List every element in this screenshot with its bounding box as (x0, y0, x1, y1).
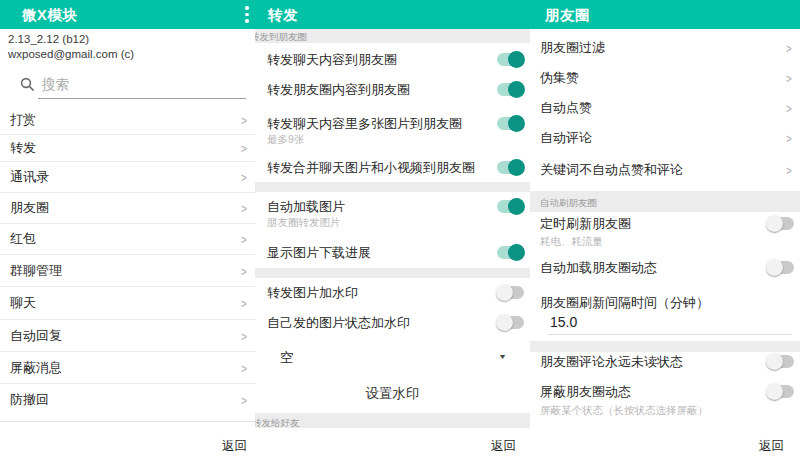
setting-row[interactable]: 朋友圈评论永远未读状态 (530, 353, 800, 371)
setting-row[interactable]: 转发合并聊天图片和小视频到朋友圈 (255, 159, 530, 177)
setting-row[interactable]: 转发聊天内容里多张图片到朋友圈 (255, 115, 530, 133)
nav-item-moments-filter[interactable]: 朋友圈过滤> (530, 39, 800, 57)
setting-row[interactable]: 定时刷新朋友圈 (530, 215, 800, 233)
setting-row[interactable]: 自动加载朋友圈动态 (530, 259, 800, 277)
sidebar-item-chat[interactable]: 聊天> (0, 287, 255, 320)
input-underline (548, 334, 792, 335)
section-divider (255, 268, 530, 278)
toggle-switch-on[interactable] (497, 246, 524, 259)
chevron-right-icon: > (241, 112, 247, 127)
chevron-right-icon: > (241, 170, 247, 185)
dropdown-caret-icon: ▼ (498, 353, 507, 360)
section-divider (255, 182, 530, 192)
section-header-auto-refresh: 自动刷朋友圈 (530, 191, 800, 212)
forward-panel: 转发 转发到朋友圈 转发聊天内容到朋友圈 转发朋友圈内容到朋友圈 转发聊天内容里… (255, 0, 530, 465)
nav-item-auto-like[interactable]: 自动点赞> (530, 99, 800, 117)
setting-row[interactable]: 转发聊天内容到朋友圈 (255, 51, 530, 69)
chevron-right-icon: > (241, 393, 247, 408)
setting-row[interactable]: 显示图片下载进展 (255, 244, 530, 262)
setting-subtitle: 最多9张 (267, 133, 304, 147)
chevron-right-icon: > (241, 201, 247, 216)
toggle-switch-off[interactable] (767, 355, 794, 368)
sidebar-item-forward[interactable]: 转发> (0, 135, 255, 162)
sidebar-item-redpacket[interactable]: 红包> (0, 224, 255, 255)
moments-title: 朋友圈 (545, 6, 590, 25)
module-email: wxposed@gmail.com (c) (8, 48, 134, 60)
setting-subtitle: 屏蔽某个状态（长按状态选择屏蔽） (540, 404, 708, 418)
screenshot-root: 微X模块 2.13_2.12 (b12) wxposed@gmail.com (… (0, 0, 800, 465)
nav-item-fake-likes[interactable]: 伪集赞> (530, 69, 800, 87)
toggle-switch-on[interactable] (497, 117, 524, 130)
search-input[interactable]: 搜索 (42, 76, 69, 94)
toggle-switch-on[interactable] (497, 161, 524, 174)
chevron-right-icon: > (241, 360, 247, 375)
nav-item-auto-comment[interactable]: 自动评论> (530, 129, 800, 147)
back-button[interactable]: 返回 (491, 438, 516, 455)
toggle-switch-off[interactable] (497, 286, 524, 299)
nav-item-keyword-exclude[interactable]: 关键词不自动点赞和评论> (530, 161, 800, 179)
module-app-bar: 微X模块 (0, 0, 255, 29)
watermark-spinner[interactable]: 空 ▼ (255, 349, 530, 367)
back-button[interactable]: 返回 (222, 438, 247, 455)
sidebar-item-anti-recall[interactable]: 防撤回> (0, 384, 255, 416)
moments-panel: 朋友圈 朋友圈过滤> 伪集赞> 自动点赞> 自动评论> 关键词不自动点赞和评论>… (530, 0, 800, 465)
setting-row[interactable]: 自己发的图片状态加水印 (255, 314, 530, 332)
setting-row[interactable]: 自动加载图片 (255, 198, 530, 216)
set-watermark-button[interactable]: 设置水印 (255, 385, 530, 403)
forward-title: 转发 (268, 6, 298, 25)
sidebar-item-block-messages[interactable]: 屏蔽消息> (0, 352, 255, 384)
overflow-menu-icon[interactable] (244, 6, 250, 26)
moments-app-bar: 朋友圈 (530, 0, 800, 29)
chevron-right-icon: > (241, 263, 247, 278)
toggle-switch-on[interactable] (497, 53, 524, 66)
interval-input[interactable]: 15.0 (550, 314, 577, 330)
chevron-right-icon: > (241, 328, 247, 343)
setting-subtitle: 耗电、耗流量 (540, 235, 603, 249)
back-button[interactable]: 返回 (759, 438, 784, 455)
module-panel: 微X模块 2.13_2.12 (b12) wxposed@gmail.com (… (0, 0, 255, 465)
chevron-right-icon: > (786, 163, 792, 178)
sidebar-item-contacts[interactable]: 通讯录> (0, 162, 255, 193)
sidebar-item-group-manage[interactable]: 群聊管理> (0, 255, 255, 287)
divider (0, 421, 255, 422)
interval-label-row: 朋友圈刷新间隔时间（分钟） (530, 294, 800, 312)
forward-app-bar: 转发 (255, 0, 530, 29)
chevron-right-icon: > (786, 71, 792, 86)
toggle-switch-off[interactable] (497, 316, 524, 329)
toggle-switch-off[interactable] (767, 385, 794, 398)
section-header-forward-to-moments: 转发到朋友圈 (255, 29, 530, 43)
sidebar-item-moments[interactable]: 朋友圈> (0, 193, 255, 224)
chevron-right-icon: > (786, 41, 792, 56)
module-title: 微X模块 (22, 6, 77, 25)
section-header-forward-to-friend: 转发给好友 (255, 413, 530, 428)
search-underline (38, 98, 246, 99)
chevron-right-icon: > (241, 296, 247, 311)
spinner-value: 空 (280, 349, 294, 367)
setting-row[interactable]: 转发朋友圈内容到朋友圈 (255, 81, 530, 99)
sidebar-item-auto-reply[interactable]: 自动回复> (0, 320, 255, 352)
setting-subtitle: 朋友圈转发图片 (267, 216, 341, 230)
chevron-right-icon: > (786, 101, 792, 116)
section-divider (530, 341, 800, 352)
chevron-right-icon: > (241, 232, 247, 247)
sidebar-item-reward[interactable]: 打赏> (0, 105, 255, 135)
chevron-right-icon: > (241, 141, 247, 156)
chevron-right-icon: > (786, 131, 792, 146)
toggle-switch-on[interactable] (497, 83, 524, 96)
setting-row[interactable]: 转发图片加水印 (255, 284, 530, 302)
toggle-switch-off[interactable] (767, 217, 794, 230)
search-icon (20, 77, 35, 96)
setting-row[interactable]: 屏蔽朋友圈动态 (530, 383, 800, 401)
module-version: 2.13_2.12 (b12) (8, 33, 89, 45)
toggle-switch-off[interactable] (767, 261, 794, 274)
toggle-switch-on[interactable] (497, 200, 524, 213)
